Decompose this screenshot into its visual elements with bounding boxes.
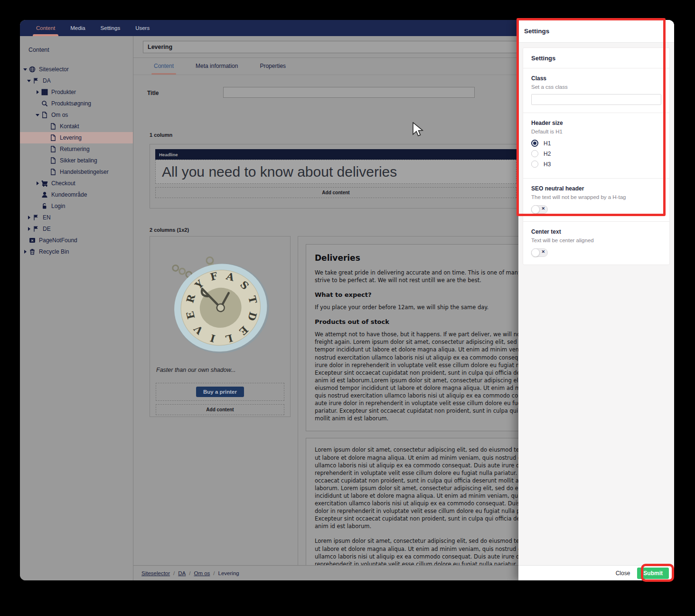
center-text-property: Center text Text will be center aligned …: [523, 221, 669, 265]
breadcrumb-item-da[interactable]: DA: [178, 570, 186, 576]
tree-item-label: Login: [51, 203, 65, 209]
content-tab-meta-information[interactable]: Meta information: [185, 57, 249, 75]
class-property: Class Set a css class: [523, 68, 669, 113]
tree-item-om-os[interactable]: Om os: [20, 109, 133, 121]
caret-down-icon[interactable]: [34, 114, 41, 116]
tree-item-label: Recycle Bin: [39, 248, 69, 255]
seo-description: The text will not be wrapped by a H-tag: [531, 194, 661, 200]
tree-item-siteselector[interactable]: Siteselector: [20, 64, 133, 75]
rte-subheading: Products out of stock: [315, 318, 518, 325]
tree-item-de[interactable]: DE: [20, 223, 133, 235]
search-icon: [41, 100, 48, 107]
tree-item-login[interactable]: Login: [20, 200, 133, 212]
content-tree: SiteselectorDAProdukterProduktsøgningOm …: [20, 64, 133, 257]
center-text-toggle[interactable]: ✕: [531, 248, 548, 257]
class-input[interactable]: [531, 94, 661, 105]
tree-item-handelsbetingelser[interactable]: Handelsbetingelser: [20, 166, 133, 178]
breadcrumb: Siteselector/DA/Om os/Levering: [133, 565, 518, 580]
tree-item-sikker-betaling[interactable]: Sikker betaling: [20, 155, 133, 166]
radio-option-h2[interactable]: H2: [531, 150, 661, 158]
grid-icon: [41, 89, 48, 96]
grid-right-column: Deliveries We take great pride in delive…: [298, 236, 518, 565]
rte-paragraph: We attempt not to have those, but it hap…: [315, 331, 518, 422]
header-size-description: Default is H1: [531, 129, 661, 134]
toggle-knob: [531, 205, 540, 214]
center-text-label: Center text: [531, 228, 661, 235]
document-icon: [49, 146, 56, 153]
tree-item-produkts-gning[interactable]: Produktsøgning: [20, 98, 133, 109]
title-field-input[interactable]: [223, 87, 475, 98]
radio-option-h1[interactable]: H1: [531, 139, 661, 147]
breadcrumb-item-siteselector[interactable]: Siteselector: [141, 570, 170, 576]
tree-item-en[interactable]: EN: [20, 212, 133, 223]
document-icon: [49, 169, 56, 176]
globe-icon: [28, 66, 36, 73]
breadcrumb-separator: /: [189, 570, 190, 576]
tree-item-kontakt[interactable]: Kontakt: [20, 121, 133, 132]
tree-item-produkter[interactable]: Produkter: [20, 86, 133, 98]
tree-item-checkout[interactable]: Checkout: [20, 178, 133, 189]
top-nav-tab-users[interactable]: Users: [128, 20, 157, 36]
tree-item-kundeomr-de[interactable]: Kundeområde: [20, 189, 133, 200]
caret-down-icon[interactable]: [22, 68, 28, 71]
content-app-tabs: ContentMeta informationProperties: [143, 57, 518, 75]
tree-item-pagenotfound[interactable]: PageNotFound: [20, 235, 133, 246]
sidebar: Content SiteselectorDAProdukterProduktsø…: [20, 36, 133, 580]
flag-icon: [32, 226, 39, 233]
document-icon: [49, 157, 56, 164]
grid-section-label-1: 1 column: [150, 132, 172, 138]
content-tab-properties[interactable]: Properties: [249, 57, 297, 75]
tree-item-label: Returnering: [60, 146, 90, 152]
headline-editor-cell[interactable]: All you need to know about deliveries: [155, 160, 517, 184]
caret-right-icon[interactable]: [34, 90, 41, 94]
tree-item-label: Kontakt: [60, 123, 79, 130]
seo-toggle[interactable]: ✕: [531, 205, 548, 214]
app-window: ContentMediaSettingsUsers Content Sitese…: [20, 20, 674, 580]
tree-item-levering[interactable]: Levering: [20, 132, 133, 143]
content-tab-content[interactable]: Content: [143, 57, 185, 75]
breadcrumb-separator: /: [173, 570, 175, 576]
document-icon: [49, 123, 56, 130]
pocket-watch-image: FASTDELIVERY: [160, 250, 280, 363]
add-content-button-row1[interactable]: Add content: [155, 187, 517, 198]
add-content-button-left-col[interactable]: Add content: [156, 404, 284, 415]
editor-canvas: Title 1 column Headline All you need to …: [133, 75, 518, 565]
caret-right-icon[interactable]: [26, 227, 32, 231]
tree-item-da[interactable]: DA: [20, 75, 133, 86]
top-nav-tab-content[interactable]: Content: [28, 20, 63, 36]
toggle-off-x-icon: ✕: [541, 206, 545, 211]
rich-text-cell-deliveries[interactable]: Deliveries We take great pride in delive…: [306, 244, 518, 431]
top-nav-tab-settings[interactable]: Settings: [93, 20, 128, 36]
radio-option-h3[interactable]: H3: [531, 160, 661, 168]
caret-right-icon[interactable]: [26, 216, 32, 219]
rte-paragraph: If you place your order before 12am, we …: [315, 303, 518, 311]
caret-right-icon[interactable]: [34, 181, 41, 185]
error-page-icon: [28, 237, 36, 244]
center-text-description: Text will be center aligned: [531, 237, 661, 243]
tree-item-returnering[interactable]: Returnering: [20, 143, 133, 155]
document-name-input[interactable]: [143, 41, 518, 53]
grid-left-column: FASTDELIVERY Faster than our own shadow.…: [150, 236, 291, 417]
toggle-knob: [531, 248, 540, 257]
rich-text-cell-lorem[interactable]: Lorem ipsum dolor sit amet, consectetur …: [306, 438, 518, 565]
close-button[interactable]: Close: [616, 570, 630, 577]
image-caption: Faster than our own shadow...: [156, 367, 290, 373]
submit-button[interactable]: Submit: [637, 568, 669, 579]
settings-side-panel: Settings Settings Class Set a css class …: [518, 20, 674, 580]
radio-option-label: H3: [544, 161, 551, 168]
sidebar-section-title: Content: [20, 36, 133, 53]
tree-item-label: Om os: [51, 112, 68, 118]
header-size-property: Header size Default is H1 H1H2H3: [523, 113, 669, 178]
caret-down-icon[interactable]: [26, 80, 32, 82]
header-size-label: Header size: [531, 120, 661, 126]
buy-a-printer-button[interactable]: Buy a printer: [196, 387, 244, 397]
header-size-options: H1H2H3: [531, 139, 661, 168]
radio-unselected-icon: [531, 161, 538, 168]
grid-row-1-column: Headline All you need to know about deli…: [150, 144, 518, 208]
caret-right-icon[interactable]: [22, 250, 28, 254]
tree-item-recycle-bin[interactable]: Recycle Bin: [20, 246, 133, 257]
top-nav-tab-media[interactable]: Media: [63, 20, 93, 36]
grid-section-label-2: 2 columns (1x2): [150, 227, 189, 233]
tree-item-label: PageNotFound: [39, 237, 77, 244]
breadcrumb-item-om-os[interactable]: Om os: [194, 570, 210, 576]
